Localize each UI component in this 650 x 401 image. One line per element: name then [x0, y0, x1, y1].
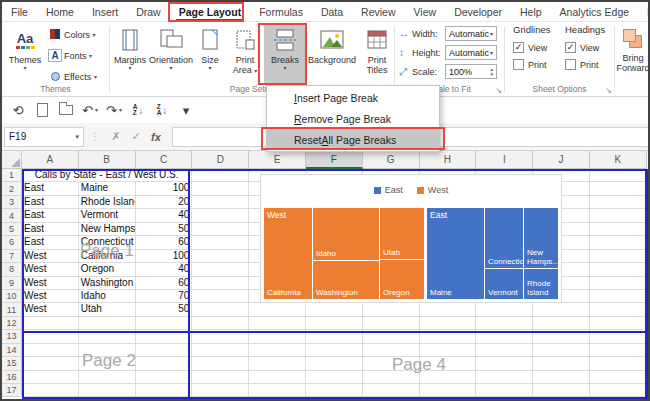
cell-region[interactable]: East: [22, 209, 79, 222]
tab-data[interactable]: Data: [312, 2, 352, 22]
scale-stepper[interactable]: 100%▴▾: [445, 64, 497, 79]
cell-empty[interactable]: [590, 209, 647, 222]
tab-developer[interactable]: Developer: [445, 2, 511, 22]
cell-state[interactable]: Maine: [79, 182, 136, 195]
cell-value[interactable]: [136, 384, 193, 397]
cell-value[interactable]: 60: [136, 277, 193, 290]
cell-empty[interactable]: [306, 317, 363, 330]
tab-help[interactable]: Help: [511, 2, 551, 22]
treemap-block-rhode-island[interactable]: Rhode Island: [524, 269, 558, 299]
cell-region[interactable]: East: [22, 182, 79, 195]
gridlines-print-checkbox[interactable]: Print: [513, 56, 563, 73]
column-header-H[interactable]: H: [420, 151, 477, 169]
row-header-1[interactable]: 1: [2, 169, 22, 182]
cell-region[interactable]: [22, 344, 79, 357]
tab-formulas[interactable]: Formulas: [250, 2, 312, 22]
cell-empty[interactable]: [590, 182, 647, 195]
cell-state[interactable]: [79, 384, 136, 397]
bring-forward-button[interactable]: Bring Forward: [615, 22, 650, 82]
cell-empty[interactable]: [192, 236, 249, 249]
cell-state[interactable]: Washington: [79, 277, 136, 290]
treemap-block-maine[interactable]: EastMaine: [427, 208, 484, 299]
headings-view-checkbox[interactable]: ✓View: [565, 39, 615, 56]
cell-empty[interactable]: [192, 169, 249, 182]
treemap-block-connecticut[interactable]: Connectic...: [485, 208, 523, 268]
undo-icon[interactable]: ↶▾: [80, 100, 100, 120]
cell-region[interactable]: [22, 357, 79, 370]
cell-empty[interactable]: [590, 384, 647, 397]
cell-empty[interactable]: [306, 384, 363, 397]
column-header-A[interactable]: A: [22, 151, 79, 169]
cell-empty[interactable]: [590, 236, 647, 249]
cell-empty[interactable]: [476, 357, 533, 370]
column-header-E[interactable]: E: [249, 151, 306, 169]
cell-empty[interactable]: [249, 357, 306, 370]
cell-empty[interactable]: [590, 169, 647, 182]
cell-empty[interactable]: [192, 357, 249, 370]
treemap-block-vermont[interactable]: Vermont: [485, 269, 523, 299]
row-header-17[interactable]: 17: [2, 384, 22, 397]
row-header-13[interactable]: 13: [2, 330, 22, 343]
row-header-15[interactable]: 15: [2, 357, 22, 370]
cell-empty[interactable]: [363, 303, 420, 316]
cell-state[interactable]: Rhode Island: [79, 196, 136, 209]
cell-title[interactable]: Calls by State - East / West U.S.: [22, 169, 192, 182]
treemap-block-california[interactable]: WestCalifornia: [264, 208, 312, 299]
cell-empty[interactable]: [249, 317, 306, 330]
treemap-block-idaho[interactable]: Idaho: [313, 208, 379, 260]
tab-review[interactable]: Review: [352, 2, 404, 22]
cell-empty[interactable]: [590, 223, 647, 236]
cell-empty[interactable]: [192, 182, 249, 195]
cell-region[interactable]: [22, 317, 79, 330]
cell-region[interactable]: West: [22, 290, 79, 303]
tab-analytics-edge[interactable]: Analytics Edge: [551, 2, 638, 22]
column-header-J[interactable]: J: [533, 151, 590, 169]
cell-empty[interactable]: [590, 250, 647, 263]
column-header-D[interactable]: D: [192, 151, 249, 169]
tab-home[interactable]: Home: [37, 2, 83, 22]
new-file-icon[interactable]: [32, 100, 52, 120]
treemap-block-utah[interactable]: Utah: [380, 208, 424, 259]
cell-empty[interactable]: [533, 384, 590, 397]
select-all-corner[interactable]: [2, 151, 22, 169]
margins-button[interactable]: Margins ▾: [112, 24, 148, 84]
cell-empty[interactable]: [590, 371, 647, 384]
cell-value[interactable]: [136, 371, 193, 384]
cell-empty[interactable]: [420, 303, 477, 316]
cell-value[interactable]: 70: [136, 290, 193, 303]
cell-empty[interactable]: [192, 196, 249, 209]
cell-value[interactable]: [136, 344, 193, 357]
size-button[interactable]: Size ▾: [194, 24, 226, 84]
cell-empty[interactable]: [590, 317, 647, 330]
print-area-button[interactable]: Print Area ▾: [226, 24, 264, 84]
cell-empty[interactable]: [192, 263, 249, 276]
row-header-7[interactable]: 7: [2, 250, 22, 263]
row-header-4[interactable]: 4: [2, 209, 22, 222]
cell-state[interactable]: Vermont: [79, 209, 136, 222]
cell-empty[interactable]: [533, 317, 590, 330]
more-commands-icon[interactable]: ▾: [176, 100, 196, 120]
row-header-11[interactable]: 11: [2, 303, 22, 316]
redo-icon[interactable]: ↷▾: [104, 100, 124, 120]
scale-to-fit-dialog-launcher-icon[interactable]: ↘: [495, 86, 502, 95]
cell-value[interactable]: [136, 317, 193, 330]
sort-descending-icon[interactable]: ZA↓: [152, 100, 172, 120]
menu-item-insert-page-break[interactable]: Insert Page Break: [267, 87, 439, 108]
column-header-C[interactable]: C: [136, 151, 193, 169]
cell-region[interactable]: [22, 384, 79, 397]
cell-region[interactable]: East: [22, 236, 79, 249]
cell-state[interactable]: Idaho: [79, 290, 136, 303]
name-box-dropdown-icon[interactable]: ▾: [75, 134, 79, 140]
tab-view[interactable]: View: [405, 2, 446, 22]
cell-state[interactable]: New Hampshire: [79, 223, 136, 236]
cancel-icon[interactable]: ✗: [106, 130, 126, 143]
cell-empty[interactable]: [590, 303, 647, 316]
cell-empty[interactable]: [192, 371, 249, 384]
cell-empty[interactable]: [476, 303, 533, 316]
row-header-9[interactable]: 9: [2, 277, 22, 290]
cell-empty[interactable]: [249, 344, 306, 357]
cell-empty[interactable]: [590, 196, 647, 209]
page-break-line-vertical[interactable]: [188, 169, 190, 400]
treemap-block-new-hampshire[interactable]: New Hamps...: [524, 208, 558, 268]
tab-insert[interactable]: Insert: [83, 2, 127, 22]
